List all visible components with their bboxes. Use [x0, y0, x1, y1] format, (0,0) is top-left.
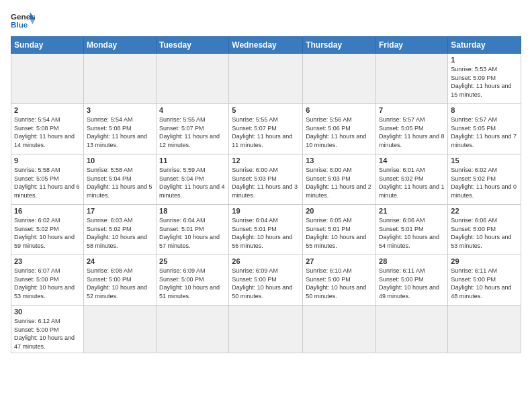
calendar-cell: 6Sunrise: 5:56 AM Sunset: 5:06 PM Daylig…: [303, 104, 376, 154]
calendar-cell: 1Sunrise: 5:53 AM Sunset: 5:09 PM Daylig…: [448, 54, 521, 104]
day-number: 25: [159, 257, 226, 265]
calendar-cell: 14Sunrise: 6:01 AM Sunset: 5:02 PM Dayli…: [376, 154, 448, 205]
weekday-header-sunday: Sunday: [11, 37, 84, 54]
day-number: 19: [232, 207, 300, 215]
day-info: Sunrise: 5:57 AM Sunset: 5:05 PM Dayligh…: [379, 116, 445, 149]
day-number: 21: [379, 207, 445, 215]
day-info: Sunrise: 6:09 AM Sunset: 5:00 PM Dayligh…: [232, 267, 300, 300]
day-number: 3: [87, 106, 153, 114]
day-number: 11: [159, 156, 226, 165]
day-number: 5: [232, 106, 300, 114]
calendar-table: SundayMondayTuesdayWednesdayThursdayFrid…: [11, 36, 521, 353]
day-info: Sunrise: 5:55 AM Sunset: 5:07 PM Dayligh…: [159, 116, 226, 149]
day-number: 4: [159, 106, 226, 114]
calendar-cell: [376, 54, 448, 104]
calendar-cell: [83, 306, 156, 353]
day-info: Sunrise: 6:11 AM Sunset: 5:00 PM Dayligh…: [379, 267, 445, 300]
calendar-cell: [11, 54, 84, 104]
day-info: Sunrise: 5:56 AM Sunset: 5:06 PM Dayligh…: [306, 116, 373, 149]
day-number: 10: [87, 156, 153, 165]
day-info: Sunrise: 5:57 AM Sunset: 5:05 PM Dayligh…: [451, 116, 518, 149]
day-number: 7: [379, 106, 445, 114]
day-info: Sunrise: 5:58 AM Sunset: 5:04 PM Dayligh…: [87, 166, 153, 199]
calendar-cell: [448, 306, 521, 353]
calendar-cell: [157, 306, 229, 353]
calendar-cell: 11Sunrise: 5:59 AM Sunset: 5:04 PM Dayli…: [157, 154, 229, 205]
day-number: 16: [14, 207, 81, 215]
calendar-cell: 24Sunrise: 6:08 AM Sunset: 5:00 PM Dayli…: [83, 255, 156, 306]
day-info: Sunrise: 6:10 AM Sunset: 5:00 PM Dayligh…: [306, 267, 373, 300]
calendar-week-row: 1Sunrise: 5:53 AM Sunset: 5:09 PM Daylig…: [11, 54, 521, 104]
calendar-cell: 7Sunrise: 5:57 AM Sunset: 5:05 PM Daylig…: [376, 104, 448, 154]
day-number: 18: [159, 207, 226, 215]
calendar-cell: 5Sunrise: 5:55 AM Sunset: 5:07 PM Daylig…: [229, 104, 303, 154]
calendar-cell: [83, 54, 156, 104]
day-info: Sunrise: 6:00 AM Sunset: 5:03 PM Dayligh…: [306, 166, 373, 199]
day-number: 24: [87, 257, 153, 265]
calendar-cell: 26Sunrise: 6:09 AM Sunset: 5:00 PM Dayli…: [229, 255, 303, 306]
day-info: Sunrise: 6:07 AM Sunset: 5:00 PM Dayligh…: [14, 267, 81, 300]
day-number: 8: [451, 106, 518, 114]
day-info: Sunrise: 5:58 AM Sunset: 5:05 PM Dayligh…: [14, 166, 81, 199]
calendar-cell: 30Sunrise: 6:12 AM Sunset: 5:00 PM Dayli…: [11, 306, 84, 353]
calendar-week-row: 23Sunrise: 6:07 AM Sunset: 5:00 PM Dayli…: [11, 255, 521, 306]
day-number: 17: [87, 207, 153, 215]
calendar-cell: 13Sunrise: 6:00 AM Sunset: 5:03 PM Dayli…: [303, 154, 376, 205]
day-info: Sunrise: 6:00 AM Sunset: 5:03 PM Dayligh…: [232, 166, 300, 199]
calendar-cell: 29Sunrise: 6:11 AM Sunset: 5:00 PM Dayli…: [448, 255, 521, 306]
calendar-cell: 21Sunrise: 6:06 AM Sunset: 5:01 PM Dayli…: [376, 205, 448, 255]
day-info: Sunrise: 6:06 AM Sunset: 5:01 PM Dayligh…: [379, 216, 445, 250]
day-info: Sunrise: 6:03 AM Sunset: 5:02 PM Dayligh…: [87, 216, 153, 250]
day-number: 9: [14, 156, 81, 165]
logo: General Blue: [11, 11, 35, 30]
calendar-cell: [229, 306, 303, 353]
day-info: Sunrise: 6:05 AM Sunset: 5:01 PM Dayligh…: [306, 216, 373, 250]
day-number: 22: [451, 207, 518, 215]
calendar-week-row: 16Sunrise: 6:02 AM Sunset: 5:02 PM Dayli…: [11, 205, 521, 255]
day-number: 15: [451, 156, 518, 165]
calendar-cell: 12Sunrise: 6:00 AM Sunset: 5:03 PM Dayli…: [229, 154, 303, 205]
day-number: 28: [379, 257, 445, 265]
weekday-header-friday: Friday: [376, 37, 448, 54]
calendar-cell: [229, 54, 303, 104]
calendar-cell: 10Sunrise: 5:58 AM Sunset: 5:04 PM Dayli…: [83, 154, 156, 205]
weekday-header-row: SundayMondayTuesdayWednesdayThursdayFrid…: [11, 37, 521, 54]
weekday-header-wednesday: Wednesday: [229, 37, 303, 54]
calendar-cell: 20Sunrise: 6:05 AM Sunset: 5:01 PM Dayli…: [303, 205, 376, 255]
page-header: General Blue: [11, 11, 521, 30]
day-info: Sunrise: 5:59 AM Sunset: 5:04 PM Dayligh…: [159, 166, 226, 199]
day-info: Sunrise: 6:11 AM Sunset: 5:00 PM Dayligh…: [451, 267, 518, 300]
day-info: Sunrise: 5:54 AM Sunset: 5:08 PM Dayligh…: [87, 116, 153, 149]
day-info: Sunrise: 6:08 AM Sunset: 5:00 PM Dayligh…: [87, 267, 153, 300]
day-number: 30: [14, 308, 81, 316]
calendar-cell: 25Sunrise: 6:09 AM Sunset: 5:00 PM Dayli…: [157, 255, 229, 306]
day-info: Sunrise: 5:54 AM Sunset: 5:08 PM Dayligh…: [14, 116, 81, 149]
calendar-cell: [303, 306, 376, 353]
day-info: Sunrise: 5:53 AM Sunset: 5:09 PM Dayligh…: [451, 65, 518, 99]
day-number: 1: [451, 56, 518, 64]
day-info: Sunrise: 6:02 AM Sunset: 5:02 PM Dayligh…: [451, 166, 518, 199]
calendar-cell: 19Sunrise: 6:04 AM Sunset: 5:01 PM Dayli…: [229, 205, 303, 255]
day-number: 6: [306, 106, 373, 114]
calendar-cell: [376, 306, 448, 353]
calendar-cell: 8Sunrise: 5:57 AM Sunset: 5:05 PM Daylig…: [448, 104, 521, 154]
day-number: 23: [14, 257, 81, 265]
calendar-cell: 3Sunrise: 5:54 AM Sunset: 5:08 PM Daylig…: [83, 104, 156, 154]
day-number: 12: [232, 156, 300, 165]
calendar-week-row: 2Sunrise: 5:54 AM Sunset: 5:08 PM Daylig…: [11, 104, 521, 154]
day-info: Sunrise: 6:12 AM Sunset: 5:00 PM Dayligh…: [14, 317, 81, 351]
calendar-cell: 27Sunrise: 6:10 AM Sunset: 5:00 PM Dayli…: [303, 255, 376, 306]
calendar-cell: 17Sunrise: 6:03 AM Sunset: 5:02 PM Dayli…: [83, 205, 156, 255]
day-number: 26: [232, 257, 300, 265]
day-info: Sunrise: 5:55 AM Sunset: 5:07 PM Dayligh…: [232, 116, 300, 149]
calendar-cell: 23Sunrise: 6:07 AM Sunset: 5:00 PM Dayli…: [11, 255, 84, 306]
calendar-cell: 9Sunrise: 5:58 AM Sunset: 5:05 PM Daylig…: [11, 154, 84, 205]
day-info: Sunrise: 6:06 AM Sunset: 5:00 PM Dayligh…: [451, 216, 518, 250]
calendar-cell: 4Sunrise: 5:55 AM Sunset: 5:07 PM Daylig…: [157, 104, 229, 154]
day-info: Sunrise: 6:04 AM Sunset: 5:01 PM Dayligh…: [159, 216, 226, 250]
day-info: Sunrise: 6:01 AM Sunset: 5:02 PM Dayligh…: [379, 166, 445, 199]
calendar-week-row: 30Sunrise: 6:12 AM Sunset: 5:00 PM Dayli…: [11, 306, 521, 353]
calendar-cell: 18Sunrise: 6:04 AM Sunset: 5:01 PM Dayli…: [157, 205, 229, 255]
day-info: Sunrise: 6:09 AM Sunset: 5:00 PM Dayligh…: [159, 267, 226, 300]
calendar-cell: 28Sunrise: 6:11 AM Sunset: 5:00 PM Dayli…: [376, 255, 448, 306]
